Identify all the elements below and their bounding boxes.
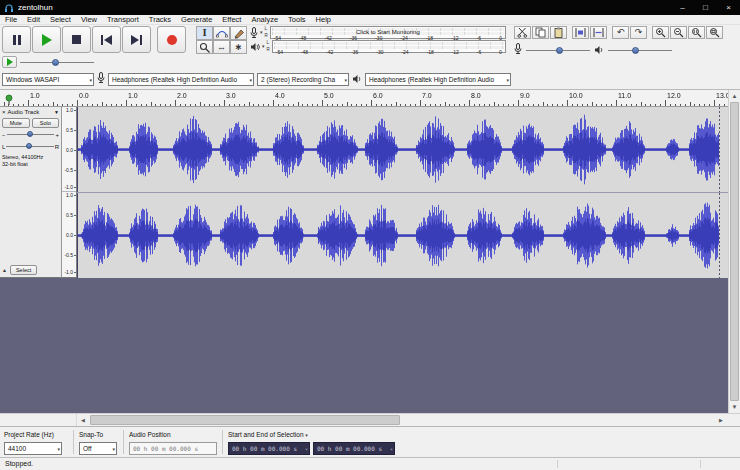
vertical-scrollbar-thumb[interactable] <box>730 102 739 401</box>
draw-tool-button[interactable] <box>230 26 247 40</box>
transport-toolbar <box>2 26 186 53</box>
envelope-tool-button[interactable] <box>213 26 230 40</box>
selection-tool-button[interactable]: I <box>196 26 213 40</box>
play-speed-slider-thumb[interactable] <box>52 59 59 66</box>
menu-item-view[interactable]: View <box>76 15 102 25</box>
pan-slider[interactable] <box>6 142 53 152</box>
track-select-button[interactable]: Select <box>10 265 37 275</box>
waveform-channel-2[interactable] <box>77 193 728 278</box>
titlebar[interactable]: zentolhun – □ × <box>0 0 740 15</box>
menu-item-analyze[interactable]: Analyze <box>246 15 283 25</box>
track-menu-arrow-icon[interactable]: ▼ <box>54 109 59 116</box>
playback-meter-dropdown-arrow[interactable]: ▾ <box>262 40 265 53</box>
meter-scale-value: -24 <box>401 50 408 55</box>
mute-button[interactable]: Mute <box>2 118 30 128</box>
scroll-down-arrow[interactable]: ▼ <box>729 401 740 413</box>
zoom-tool-button[interactable] <box>196 40 213 54</box>
menu-item-file[interactable]: File <box>0 15 22 25</box>
gain-slider-thumb[interactable] <box>27 131 33 137</box>
scroll-left-arrow[interactable]: ◀ <box>77 414 89 426</box>
zoom-to-selection-button[interactable] <box>688 26 705 39</box>
gain-slider[interactable] <box>7 130 55 140</box>
horizontal-scrollbar[interactable]: ◀ ▶ <box>0 413 740 426</box>
pause-button[interactable] <box>2 26 31 53</box>
play-button[interactable] <box>32 26 61 53</box>
chevron-down-icon: ▾ <box>305 443 308 455</box>
timeline-ruler[interactable] <box>0 90 728 107</box>
vertical-ruler[interactable]: 1.00.50.0-0.5-1.0 1.00.50.0-0.5-1.0 <box>62 107 77 278</box>
empty-track-workspace[interactable] <box>0 278 728 413</box>
stop-button[interactable] <box>62 26 91 53</box>
recording-device-select[interactable]: Headphones (Realtek High Definition Audi… <box>108 73 254 86</box>
selection-mode-label[interactable]: Start and End of Selection ▾ <box>228 431 308 439</box>
menu-item-generate[interactable]: Generate <box>176 15 217 25</box>
selection-start-field[interactable]: 00 h 00 m 00.000 s▾ <box>228 442 310 455</box>
recording-meter-dropdown-arrow[interactable]: ▾ <box>260 26 263 39</box>
recording-meter[interactable]: ▾ LR -54-48-42-36-30-24-18-12-60 Click t… <box>250 26 506 39</box>
recording-meter-body[interactable]: -54-48-42-36-30-24-18-12-60 Click to Sta… <box>270 26 506 39</box>
monitoring-overlay[interactable]: Click to Start Monitoring <box>271 29 505 35</box>
copy-button[interactable] <box>532 26 549 39</box>
silence-audio-button[interactable] <box>590 26 607 39</box>
audio-position-field[interactable]: 00 h 00 m 00.000 s <box>129 442 217 455</box>
menu-item-tracks[interactable]: Tracks <box>144 15 176 25</box>
chevron-down-icon: ▾ <box>112 443 115 455</box>
recording-volume-slider-thumb[interactable] <box>556 47 563 54</box>
menu-item-edit[interactable]: Edit <box>22 15 45 25</box>
scroll-up-arrow[interactable]: ▲ <box>729 90 740 102</box>
menu-item-tools[interactable]: Tools <box>283 15 311 25</box>
track-collapse-button[interactable]: ▲ <box>2 267 7 273</box>
track-close-button[interactable]: × <box>2 109 6 116</box>
undo-button[interactable]: ↶ <box>612 26 629 39</box>
playback-meter-body[interactable]: -54-48-42-36-30-24-18-12-60 <box>272 40 506 53</box>
minimize-button[interactable]: – <box>671 0 694 15</box>
audio-position-label: Audio Position <box>129 431 171 438</box>
playback-volume-slider[interactable] <box>608 45 672 56</box>
selection-end-field[interactable]: 00 h 00 m 00.000 s▾ <box>313 442 395 455</box>
play-at-speed-button[interactable] <box>2 56 17 68</box>
scissors-icon <box>517 27 528 38</box>
maximize-button[interactable]: □ <box>694 0 717 15</box>
zoom-out-button[interactable] <box>670 26 687 39</box>
skip-to-end-button[interactable] <box>122 26 151 53</box>
menu-item-select[interactable]: Select <box>45 15 76 25</box>
vertical-scrollbar[interactable]: ▲ ▼ <box>728 90 740 413</box>
record-button[interactable] <box>157 26 186 53</box>
horizontal-scrollbar-thumb[interactable] <box>90 415 400 425</box>
multi-tool-button[interactable]: ∗ <box>230 40 247 54</box>
menu-item-effect[interactable]: Effect <box>217 15 246 25</box>
paste-button[interactable] <box>550 26 567 39</box>
playback-device-select[interactable]: Headphones (Realtek High Definition Audi… <box>365 73 511 86</box>
zoom-in-button[interactable] <box>652 26 669 39</box>
redo-button[interactable]: ↷ <box>630 26 647 39</box>
skip-to-start-button[interactable] <box>92 26 121 53</box>
solo-button[interactable]: Solo <box>32 118 60 128</box>
audio-host-select[interactable]: Windows WASAPI▾ <box>2 73 94 86</box>
audacity-window: zentolhun – □ × FileEditSelectViewTransp… <box>0 0 740 470</box>
zoom-fit-project-icon <box>709 27 721 38</box>
stop-icon <box>72 35 81 44</box>
cut-button[interactable] <box>514 26 531 39</box>
menu-item-transport[interactable]: Transport <box>102 15 144 25</box>
waveform-channel-1[interactable] <box>77 107 728 192</box>
time-shift-icon: ↔ <box>217 43 226 52</box>
zoom-fit-project-button[interactable] <box>706 26 723 39</box>
project-rate-select[interactable]: 44100▾ <box>4 442 62 455</box>
play-speed-slider[interactable] <box>20 57 94 68</box>
vertical-scale-channel-1[interactable]: 1.00.50.0-0.5-1.0 <box>62 107 76 192</box>
track-control-panel[interactable]: × Audio Track ▼ Mute Solo − + L R <box>0 107 62 278</box>
pan-slider-thumb[interactable] <box>26 143 32 149</box>
playback-volume-slider-thumb[interactable] <box>632 47 639 54</box>
track-title[interactable]: Audio Track <box>8 109 53 116</box>
time-shift-tool-button[interactable]: ↔ <box>213 40 230 54</box>
vertical-scale-channel-2[interactable]: 1.00.50.0-0.5-1.0 <box>62 192 76 277</box>
gain-plus-label: + <box>55 132 59 138</box>
playback-meter[interactable]: ▾ LR -54-48-42-36-30-24-18-12-60 <box>250 40 506 53</box>
recording-volume-slider[interactable] <box>526 45 590 56</box>
scroll-right-arrow[interactable]: ▶ <box>715 414 727 426</box>
close-button[interactable]: × <box>717 0 740 15</box>
snap-to-select[interactable]: Off▾ <box>79 442 117 455</box>
recording-channels-select[interactable]: 2 (Stereo) Recording Cha▾ <box>257 73 349 86</box>
trim-audio-button[interactable] <box>572 26 589 39</box>
menu-item-help[interactable]: Help <box>311 15 336 25</box>
